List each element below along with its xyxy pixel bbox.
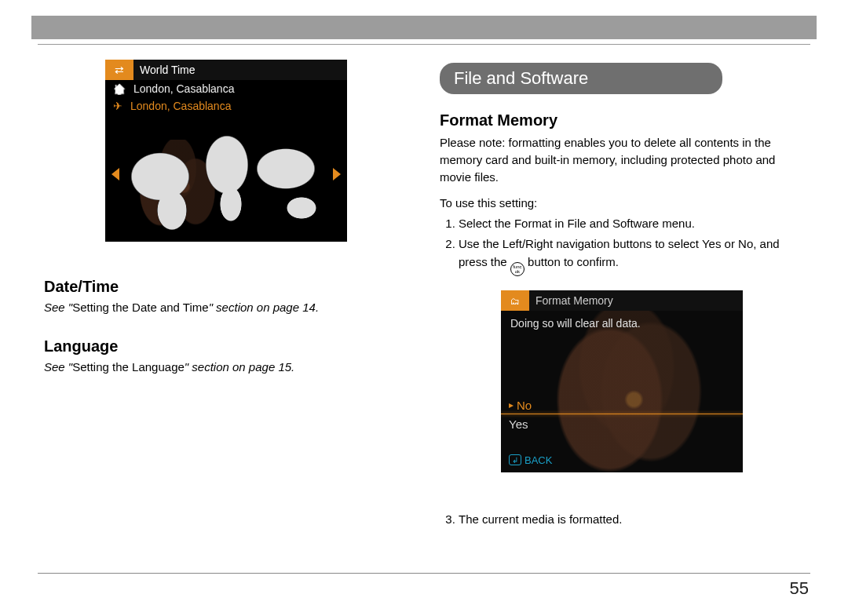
- step-2-text-b: button to confirm.: [525, 255, 619, 268]
- page-number: 55: [790, 578, 809, 599]
- back-icon: ↲: [509, 454, 521, 465]
- step-3: The current media is formatted.: [459, 510, 804, 528]
- steps-list-continued: The current media is formatted.: [440, 510, 804, 530]
- world-time-header: World Time: [105, 60, 347, 80]
- dt-ref-prefix: See ": [44, 301, 72, 314]
- format-warning-text: Doing so will clear all data.: [510, 317, 641, 330]
- home-icon: [113, 82, 126, 95]
- option-no: No: [509, 399, 735, 412]
- func-ok-icon: funcok: [510, 262, 525, 276]
- format-memory-header: Format Memory: [501, 290, 743, 311]
- back-label: BACK: [525, 454, 552, 466]
- step-2-text-a: Use the Left/Right navigation buttons to…: [459, 237, 780, 268]
- option-no-label: No: [517, 399, 532, 412]
- language-reference: See "Setting the Language" section on pa…: [44, 360, 408, 374]
- world-time-away-row: London, Casablanca: [105, 97, 347, 115]
- lang-ref-prefix: See ": [44, 360, 72, 374]
- step-1: Select the Format in File and Software m…: [459, 214, 804, 232]
- left-column: World Time London, Casablanca London, Ca…: [44, 55, 408, 585]
- format-memory-heading: Format Memory: [440, 111, 804, 129]
- away-location-text: London, Casablanca: [130, 100, 231, 112]
- folder-icon: [501, 290, 529, 311]
- format-memory-screenshot: Format Memory Doing so will clear all da…: [501, 290, 743, 472]
- arrows-icon: [105, 60, 133, 80]
- option-yes: Yes: [509, 417, 735, 431]
- ok-label: ok: [515, 269, 520, 274]
- flower-graphic: [113, 140, 231, 234]
- lang-ref-title: Setting the Language: [72, 360, 185, 374]
- bottom-divider: [38, 573, 810, 574]
- format-memory-note: Please note: formatting enables you to d…: [440, 134, 804, 185]
- selection-line: [501, 414, 743, 414]
- right-column: File and Software Format Memory Please n…: [440, 55, 804, 585]
- nav-right-icon: [333, 168, 341, 180]
- world-time-title: World Time: [140, 64, 196, 76]
- language-heading: Language: [44, 337, 408, 355]
- world-time-screenshot: World Time London, Casablanca London, Ca…: [105, 60, 347, 242]
- home-location-text: London, Casablanca: [133, 82, 234, 95]
- step-2: Use the Left/Right navigation buttons to…: [459, 235, 804, 276]
- to-use-this-setting: To use this setting:: [440, 196, 804, 210]
- lang-ref-suffix: " section on page 15.: [185, 360, 294, 374]
- back-button-display: ↲ BACK: [509, 454, 552, 466]
- dt-ref-title: Setting the Date and Time: [72, 301, 208, 314]
- plane-icon: [113, 100, 122, 112]
- format-memory-body: Doing so will clear all data. No Yes ↲ B…: [501, 311, 743, 472]
- dt-ref-suffix: " section on page 14.: [209, 301, 319, 314]
- top-divider: [38, 44, 810, 45]
- format-options: No Yes: [509, 399, 735, 431]
- page-header-bar: [31, 16, 817, 39]
- format-memory-title: Format Memory: [535, 294, 613, 307]
- steps-list: Select the Format in File and Software m…: [440, 214, 804, 278]
- nav-left-icon: [111, 168, 119, 180]
- world-time-home-row: London, Casablanca: [105, 80, 347, 97]
- page-content: World Time London, Casablanca London, Ca…: [44, 55, 804, 585]
- date-time-heading: Date/Time: [44, 278, 408, 296]
- date-time-reference: See "Setting the Date and Time" section …: [44, 301, 408, 314]
- section-banner: File and Software: [440, 63, 722, 94]
